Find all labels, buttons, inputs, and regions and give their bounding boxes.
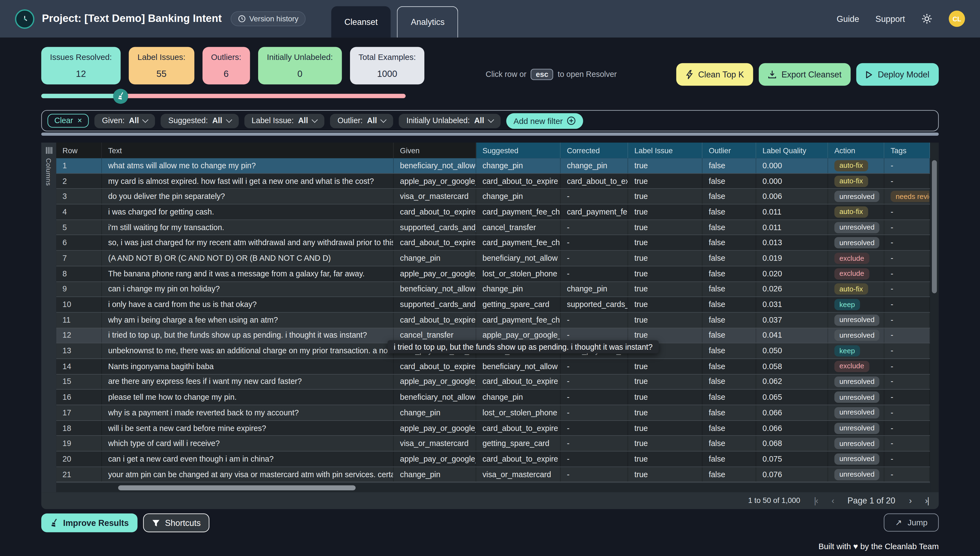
export-cleanset-button[interactable]: Export Cleanset — [759, 63, 851, 86]
table-row[interactable]: 21your atm pin can be changed at any vis… — [56, 467, 930, 482]
table-row[interactable]: 6so, i was just charged for my recent at… — [56, 235, 930, 251]
table-row[interactable]: 1what atms will allow me to change my pi… — [56, 158, 930, 173]
table-row[interactable]: 3do you deliver the pin separately?visa_… — [56, 189, 930, 204]
cell-quality: 0.019 — [756, 251, 828, 266]
table-row[interactable]: 7(A AND NOT B) OR (C AND NOT D) OR (B AN… — [56, 251, 930, 266]
column-header-corrected[interactable]: Corrected — [561, 142, 628, 158]
column-header-tags[interactable]: Tags — [884, 142, 930, 158]
action-badge[interactable]: exclude — [834, 252, 869, 264]
action-badge[interactable]: auto-fix — [834, 283, 868, 295]
column-header-suggested[interactable]: Suggested — [476, 142, 561, 158]
vertical-scrollbar-thumb[interactable] — [932, 160, 937, 293]
table-row[interactable]: 18will i be sent a new card before mine … — [56, 421, 930, 436]
action-badge[interactable]: unresolved — [834, 422, 879, 434]
cell-label_issue: true — [628, 158, 703, 173]
table-row[interactable]: 9can i change my pin on holiday?benefici… — [56, 282, 930, 297]
table-row[interactable]: 17why is a payment i made reverted back … — [56, 405, 930, 420]
action-badge[interactable]: unresolved — [834, 237, 879, 249]
shortcuts-button[interactable]: Shortcuts — [143, 514, 210, 532]
action-badge[interactable]: unresolved — [834, 314, 879, 326]
add-new-filter-button[interactable]: Add new filter — [506, 113, 583, 129]
filter-pill-suggested[interactable]: Suggested:All — [161, 113, 239, 128]
cell-text: what atms will allow me to change my pin… — [102, 158, 394, 173]
user-avatar[interactable]: CL — [949, 11, 965, 27]
action-badge[interactable]: unresolved — [834, 453, 879, 465]
support-link[interactable]: Support — [875, 14, 905, 23]
stat-card-initially-unlabeled: Initially Unlabeled:0 — [258, 47, 342, 84]
cell-quality: 0.066 — [756, 405, 828, 420]
prev-page-icon[interactable]: ‹ — [832, 496, 834, 505]
deploy-model-button[interactable]: Deploy Model — [856, 63, 939, 86]
cell-given: apple_pay_or_google_ — [394, 421, 476, 436]
cell-outlier: false — [703, 313, 756, 328]
table-row[interactable]: 4i was charged for getting cash.card_abo… — [56, 205, 930, 220]
action-badge[interactable]: auto-fix — [834, 175, 868, 187]
settings-gear-icon[interactable] — [921, 13, 932, 24]
cell-outlier: false — [703, 421, 756, 436]
clear-filters-button[interactable]: Clear × — [48, 114, 89, 128]
table-row[interactable]: 14Nants ingonyama bagithi babacard_about… — [56, 359, 930, 374]
grid-top-scrollbar[interactable] — [41, 133, 939, 136]
action-badge[interactable]: exclude — [834, 360, 869, 372]
column-header-action[interactable]: Action — [828, 142, 885, 158]
column-header-text[interactable]: Text — [102, 142, 394, 158]
column-header-given[interactable]: Given — [394, 142, 476, 158]
action-badge[interactable]: keep — [834, 345, 860, 357]
column-header-row[interactable]: Row — [56, 142, 102, 158]
tab-cleanset[interactable]: Cleanset — [331, 6, 391, 37]
table-row[interactable]: 5i'm still waiting for my transaction.su… — [56, 220, 930, 235]
horizontal-scrollbar-thumb[interactable] — [118, 485, 356, 490]
tag-badge[interactable]: needs review — [891, 191, 930, 202]
table-row[interactable]: 20can i get a new card even though i am … — [56, 451, 930, 467]
cell-text: can i change my pin on holiday? — [102, 282, 394, 297]
cell-outlier: false — [703, 297, 756, 312]
column-header-outlier[interactable]: Outlier — [703, 142, 756, 158]
action-badge[interactable]: auto-fix — [834, 160, 868, 171]
filter-pill-given[interactable]: Given:All — [95, 113, 155, 128]
cell-given: supported_cards_and_ — [394, 220, 476, 235]
column-header-label_issue[interactable]: Label Issue — [628, 142, 703, 158]
cell-quality: 0.075 — [756, 451, 828, 466]
action-badge[interactable]: unresolved — [834, 330, 879, 341]
action-badge[interactable]: unresolved — [834, 469, 879, 480]
cell-label_issue: true — [628, 282, 703, 297]
action-badge[interactable]: unresolved — [834, 191, 879, 202]
action-badge[interactable]: unresolved — [834, 376, 879, 388]
table-row[interactable]: 2my card is almost expired. how fast wil… — [56, 174, 930, 189]
next-page-icon[interactable]: › — [909, 496, 911, 505]
filter-pill-initially-unlabeled[interactable]: Initially Unlabeled:All — [399, 113, 500, 128]
column-header-quality[interactable]: Label Quality — [756, 142, 828, 158]
progress-handle-broom-icon[interactable] — [113, 88, 128, 103]
tab-analytics[interactable]: Analytics — [397, 6, 458, 37]
action-badge[interactable]: auto-fix — [834, 206, 868, 218]
table-row[interactable]: 15are there any express fees if i want m… — [56, 374, 930, 390]
version-history-button[interactable]: Version history — [230, 11, 306, 26]
cell-quality: 0.050 — [756, 343, 828, 358]
action-badge[interactable]: exclude — [834, 268, 869, 280]
action-badge[interactable]: unresolved — [834, 438, 879, 449]
action-badge[interactable]: unresolved — [834, 391, 879, 403]
action-badge[interactable]: unresolved — [834, 222, 879, 233]
cell-corrected: - — [561, 313, 628, 328]
cleanlab-logo-icon[interactable] — [15, 9, 34, 29]
cell-row: 9 — [56, 282, 102, 297]
table-row[interactable]: 8The banana phone rang and it was a mess… — [56, 266, 930, 281]
first-page-icon[interactable]: |‹ — [814, 496, 818, 505]
table-row[interactable]: 19which type of card will i receive?visa… — [56, 436, 930, 451]
cell-quality: 0.058 — [756, 359, 828, 374]
guide-link[interactable]: Guide — [837, 14, 859, 23]
cell-action: auto-fix — [828, 205, 885, 220]
last-page-icon[interactable]: ›| — [925, 496, 929, 505]
table-row[interactable]: 16please tell me how to change my pin.be… — [56, 390, 930, 405]
cell-tags: - — [884, 235, 930, 250]
columns-rail[interactable]: Columns — [41, 142, 56, 492]
clean-top-k-button[interactable]: Clean Top K — [676, 63, 753, 86]
table-row[interactable]: 10i only have a card from the us is that… — [56, 297, 930, 312]
improve-results-button[interactable]: Improve Results — [41, 514, 137, 532]
jump-button[interactable]: ↗ Jump — [884, 514, 939, 532]
action-badge[interactable]: unresolved — [834, 407, 879, 419]
table-row[interactable]: 11why am i being charge a fee when using… — [56, 313, 930, 328]
filter-pill-outlier[interactable]: Outlier:All — [330, 113, 393, 128]
filter-pill-label-issue[interactable]: Label Issue:All — [244, 113, 324, 128]
action-badge[interactable]: keep — [834, 299, 860, 310]
